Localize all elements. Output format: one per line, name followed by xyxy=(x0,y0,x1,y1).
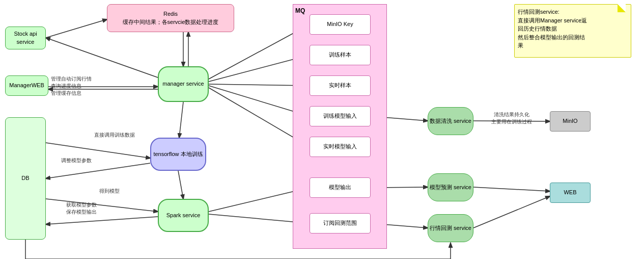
tensorflow-node: tensorflow 本地训练 xyxy=(150,138,206,171)
model-pred-label: 模型预测 service xyxy=(430,184,471,191)
redis-label: Redis 缓存中间结果；各servcie数据处理进度 xyxy=(123,10,219,26)
svg-line-16 xyxy=(46,217,158,224)
managerweb-node: ManagerWEB xyxy=(5,75,48,96)
get-model-label: 得到模型 xyxy=(89,188,130,195)
clean-result-label: 清洗结果持久化主要用在训练过程 xyxy=(479,111,545,125)
adjust-model-label: 调整模型参数 xyxy=(51,157,102,164)
svg-line-22 xyxy=(473,187,550,191)
redis-node: Redis 缓存中间结果；各servcie数据处理进度 xyxy=(107,4,234,32)
model-output-node: 模型输出 xyxy=(310,177,371,198)
minio-right-node: MinIO xyxy=(550,111,591,132)
manager-service-node: manager service xyxy=(158,66,209,102)
svg-line-3 xyxy=(46,38,158,77)
subscribe-range-node: 订阅回测范围 xyxy=(310,213,371,234)
svg-line-24 xyxy=(473,196,550,228)
db-label: DB xyxy=(21,174,29,182)
svg-line-11 xyxy=(179,102,183,138)
manager-service-label: manager service xyxy=(162,80,204,88)
tensorflow-label: tensorflow 本地训练 xyxy=(153,150,203,158)
architecture-diagram: Redis 缓存中间结果；各servcie数据处理进度 Stock api se… xyxy=(0,0,644,259)
web-node: WEB xyxy=(550,183,591,203)
spark-service-label: Spark service xyxy=(166,212,201,219)
svg-line-12 xyxy=(178,171,183,199)
data-clean-node: 数据清洗 service xyxy=(428,107,473,135)
stock-api-node: Stock api service xyxy=(5,27,46,49)
realtime-model-input-label: 实时模型输入 xyxy=(323,143,357,150)
web-label: WEB xyxy=(564,189,576,196)
huiqing-label: 行情回测 service xyxy=(430,224,471,232)
realtime-sample-node: 实时样本 xyxy=(310,75,371,96)
model-output-label: 模型输出 xyxy=(329,184,351,191)
minio-key-node: MinIO Key xyxy=(310,14,371,35)
mq-container: MQ xyxy=(293,4,387,249)
realtime-model-input-node: 实时模型输入 xyxy=(310,137,371,157)
db-node: DB xyxy=(5,117,46,240)
note-node: 行情回测service: 直接调用Manager service返 回历史行情数… xyxy=(514,4,631,58)
train-model-input-node: 训练模型输入 xyxy=(310,106,371,126)
mq-label: MQ xyxy=(295,7,305,15)
svg-line-1 xyxy=(46,19,107,38)
note-label: 行情回测service: 直接调用Manager service返 回历史行情数… xyxy=(518,8,587,50)
subscribe-range-label: 订阅回测范围 xyxy=(323,219,357,227)
minio-key-label: MinIO Key xyxy=(327,20,353,28)
model-pred-node: 模型预测 service xyxy=(428,173,473,201)
minio-right-label: MinIO xyxy=(563,117,577,125)
get-model-param-label: 获取模型参数保存模型输出 xyxy=(51,201,112,216)
note-fold xyxy=(618,4,626,12)
spark-service-node: Spark service xyxy=(158,199,209,232)
train-sample-label: 训练样本 xyxy=(329,51,351,59)
managerweb-label: ManagerWEB xyxy=(9,82,44,89)
realtime-sample-label: 实时样本 xyxy=(329,82,351,89)
manage-actions-label: 管理自动订阅行情查询进度信息管理缓存信息 xyxy=(51,75,155,97)
huiqing-node: 行情回测 service xyxy=(428,214,473,242)
svg-line-14 xyxy=(46,163,150,178)
stock-api-label: Stock api service xyxy=(6,30,45,46)
train-sample-node: 训练样本 xyxy=(310,45,371,65)
data-clean-label: 数据清洗 service xyxy=(430,117,471,125)
direct-train-label: 直接调用训练数据 xyxy=(81,132,148,139)
train-model-input-label: 训练模型输入 xyxy=(323,112,357,120)
svg-line-13 xyxy=(46,143,150,158)
